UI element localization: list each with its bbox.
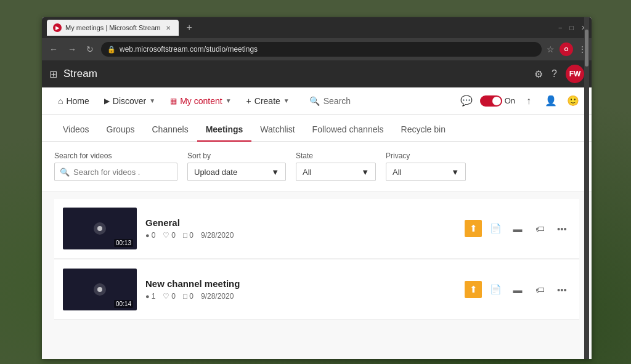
tab-channels[interactable]: Channels [143,118,197,142]
search-icon: 🔍 [309,96,320,106]
state-chevron-icon: ▼ [361,168,369,177]
tab-recycle-bin[interactable]: Recycle bin [393,118,454,142]
comment-icon-1: □ [183,231,187,240]
bookmark-icon[interactable]: ☆ [547,44,555,54]
tab-watchlist[interactable]: Watchlist [251,118,303,142]
thumb-inner [94,222,106,235]
publish-icon-2[interactable]: ⬆ [465,281,482,298]
views-icon-2: ● [145,293,150,300]
privacy-chevron-icon: ▼ [451,168,459,177]
table-row: 00:13 General ● 0 ♡ 0 □ [54,199,579,259]
new-tab-button[interactable]: + [182,22,195,33]
sub-tabs: Videos Groups Channels Meetings Watchlis… [42,115,592,142]
grid-icon[interactable]: ⊞ [49,68,57,80]
upload-icon[interactable]: ↑ [520,92,537,110]
video-title-1[interactable]: General [145,217,456,228]
privacy-select[interactable]: All ▼ [386,163,466,181]
discover-chevron-icon: ▼ [149,97,155,104]
sort-filter-label: Sort by [187,152,286,160]
browser-tab[interactable]: ▶ My meetings | Microsoft Stream ✕ [47,20,179,36]
title-bar: ▶ My meetings | Microsoft Stream ✕ + − □… [42,17,592,38]
state-select[interactable]: All ▼ [296,163,376,181]
scrollbar-thumb[interactable] [585,30,588,67]
video-duration-2: 00:14 [114,300,133,308]
tag-icon-2[interactable]: 🏷 [531,281,548,298]
privacy-value: All [393,168,401,177]
help-icon[interactable]: ? [552,68,557,79]
profile-circle[interactable]: O [560,42,573,56]
emoji-icon[interactable]: 🙂 [564,92,582,110]
lock-icon: 🔒 [107,46,116,54]
search-videos-input[interactable] [73,168,172,177]
date-2: 9/28/2020 [201,292,234,301]
tab-close-button[interactable]: ✕ [164,23,173,32]
tab-followed-channels[interactable]: Followed channels [304,118,393,142]
back-button[interactable]: ← [47,43,60,55]
user-icon[interactable]: 👤 [542,92,560,110]
nav-my-content[interactable]: ▦ My content ▼ [164,87,237,114]
thumb-inner-2 [94,283,106,296]
tab-favicon: ▶ [53,23,62,32]
sort-value: Upload date [194,168,237,177]
more-icon-1[interactable]: ••• [553,220,571,237]
search-input-container[interactable]: 🔍 [54,163,177,181]
video-info-2: New channel meeting ● 1 ♡ 0 □ 0 [145,278,456,301]
privacy-filter-label: Privacy [386,152,466,160]
toggle-switch[interactable] [480,95,502,107]
transcript-icon-2[interactable]: 📄 [487,281,504,298]
video-meta-1: ● 0 ♡ 0 □ 0 9/28/2020 [145,231,456,240]
caption-icon-1[interactable]: ▬ [509,220,526,237]
nav-search[interactable]: 🔍 Search [302,92,358,110]
discover-icon: ▶ [104,97,110,105]
header-actions: ⚙ ? FW [534,65,584,83]
refresh-button[interactable]: ↻ [84,43,96,55]
comments-count-1: 0 [189,231,193,240]
privacy-filter-group: Privacy All ▼ [386,152,466,181]
caption-icon-2[interactable]: ▬ [509,281,526,298]
filters-bar: Search for videos 🔍 Sort by Upload date … [42,142,592,192]
more-icon-2[interactable]: ••• [553,281,571,298]
tab-meetings[interactable]: Meetings [197,118,252,142]
video-thumbnail-2[interactable]: 00:14 [63,269,137,310]
settings-icon[interactable]: ⚙ [534,68,543,80]
sort-filter-group: Sort by Upload date ▼ [187,152,286,181]
sort-chevron-icon: ▼ [271,168,279,177]
window-controls: − □ ✕ [558,24,587,32]
address-actions: ☆ O ⋮ [547,42,587,56]
likes-1: ♡ 0 [163,231,176,240]
views-icon-1: ● [145,232,150,239]
play-dot [97,226,102,231]
url-bar[interactable]: 🔒 web.microsoftstream.com/studio/meeting… [101,42,542,57]
video-actions-2: ⬆ 📄 ▬ 🏷 ••• [465,281,571,298]
tab-groups[interactable]: Groups [98,118,144,142]
date-1: 9/28/2020 [201,231,234,240]
user-avatar[interactable]: FW [566,65,584,83]
tab-videos[interactable]: Videos [54,118,98,142]
brand-name: Stream [63,68,534,80]
nav-discover[interactable]: ▶ Discover ▼ [98,87,161,114]
state-value: All [303,168,311,177]
forward-button[interactable]: → [65,43,79,55]
tag-icon-1[interactable]: 🏷 [531,220,548,237]
video-thumbnail-1[interactable]: 00:13 [63,208,137,249]
minimize-button[interactable]: − [558,24,562,32]
likes-count-1: 0 [171,231,176,240]
transcript-icon-1[interactable]: 📄 [487,220,504,237]
nav-home[interactable]: ⌂ Home [52,87,96,114]
sort-select[interactable]: Upload date ▼ [187,163,286,181]
url-text: web.microsoftstream.com/studio/meetings [120,45,258,54]
scrollbar-track [584,17,589,359]
maximize-button[interactable]: □ [569,24,574,32]
nav-right-actions: 💬 On ↑ 👤 🙂 [458,92,582,110]
nav-create-label: Create [254,96,280,106]
nav-create[interactable]: + Create ▼ [240,87,296,114]
nav-home-label: Home [66,96,89,106]
publish-icon-1[interactable]: ⬆ [465,220,482,237]
chat-icon[interactable]: 💬 [458,92,475,110]
state-filter-label: State [296,152,376,160]
video-title-2[interactable]: New channel meeting [145,278,456,289]
toggle-knob [492,97,501,105]
search-filter-group: Search for videos 🔍 [54,152,177,181]
home-icon: ⌂ [58,96,63,106]
comment-icon-2: □ [183,292,187,301]
